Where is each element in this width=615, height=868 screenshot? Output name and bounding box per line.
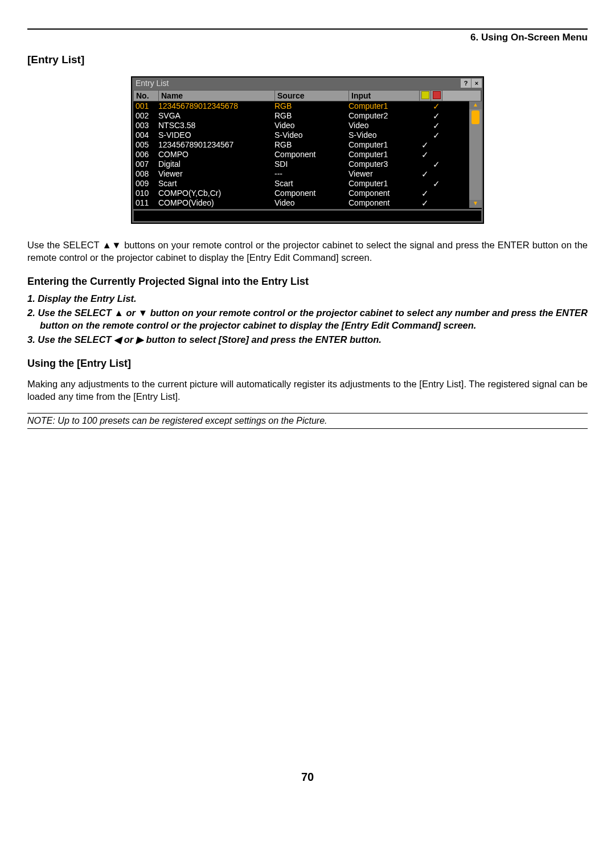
- table-row[interactable]: 011COMPO(Video)VideoComponent✓: [133, 198, 469, 208]
- cell-input: Computer1: [348, 150, 419, 159]
- cell-source: Video: [274, 121, 348, 130]
- cell-skip: [430, 150, 442, 159]
- note-text: NOTE: Up to 100 presets can be registere…: [27, 415, 588, 427]
- cell-name: Viewer: [158, 169, 274, 179]
- cell-input: Computer1: [348, 179, 419, 189]
- cell-no: 011: [133, 198, 158, 208]
- cell-skip: [430, 169, 442, 179]
- cell-lock: [419, 101, 430, 111]
- cell-lock: ✓: [419, 198, 430, 208]
- cell-input: Computer1: [348, 140, 419, 150]
- cell-no: 008: [133, 169, 158, 179]
- cell-no: 009: [133, 179, 158, 189]
- col-scroll-spacer: [442, 91, 481, 101]
- table-row[interactable]: 006COMPOComponentComputer1✓: [133, 150, 469, 159]
- note-rule-top: [27, 413, 588, 413]
- cell-no: 004: [133, 130, 158, 140]
- rows-area: 001123456789012345678RGBComputer1✓002SVG…: [133, 101, 482, 208]
- cell-name: SVGA: [158, 111, 274, 121]
- table-row[interactable]: 002SVGARGBComputer2✓: [133, 111, 469, 121]
- cell-name: COMPO(Y,Cb,Cr): [158, 189, 274, 198]
- cell-source: ---: [274, 169, 348, 179]
- cell-input: Component: [348, 198, 419, 208]
- cell-input: Viewer: [348, 169, 419, 179]
- table-row[interactable]: 007DigitalSDIComputer3✓: [133, 159, 469, 169]
- dialog-titlebar: Entry List ? ×: [132, 77, 483, 89]
- cell-no: 005: [133, 140, 158, 150]
- cell-source: SDI: [274, 159, 348, 169]
- cell-skip: ✓: [430, 179, 442, 189]
- cell-lock: ✓: [419, 140, 430, 150]
- cell-skip: [430, 198, 442, 208]
- cell-input: Computer2: [348, 111, 419, 121]
- cell-lock: ✓: [419, 150, 430, 159]
- cell-input: Computer1: [348, 101, 419, 111]
- cell-no: 007: [133, 159, 158, 169]
- cell-no: 003: [133, 121, 158, 130]
- entry-list-dialog: Entry List ? × No. Name Source Input 001…: [131, 76, 484, 224]
- cell-name: 12345678901234567: [158, 140, 274, 150]
- col-lock-icon: [420, 91, 431, 101]
- cell-source: S-Video: [274, 130, 348, 140]
- cell-lock: [419, 179, 430, 189]
- cell-name: NTSC3.58: [158, 121, 274, 130]
- page-number: 70: [27, 771, 588, 784]
- cell-lock: [419, 111, 430, 121]
- table-row[interactable]: 00512345678901234567RGBComputer1✓: [133, 140, 469, 150]
- status-bar: [133, 210, 482, 222]
- cell-source: Video: [274, 198, 348, 208]
- skip-icon: [433, 91, 441, 99]
- cell-name: S-VIDEO: [158, 130, 274, 140]
- cell-skip: ✓: [430, 111, 442, 121]
- cell-input: S-Video: [348, 130, 419, 140]
- header-rule: [27, 28, 588, 30]
- cell-source: RGB: [274, 140, 348, 150]
- cell-lock: ✓: [419, 169, 430, 179]
- list-panel: No. Name Source Input 001123456789012345…: [133, 90, 482, 209]
- cell-source: Scart: [274, 179, 348, 189]
- cell-source: Component: [274, 150, 348, 159]
- cell-skip: ✓: [430, 121, 442, 130]
- cell-skip: ✓: [430, 159, 442, 169]
- table-row[interactable]: 010COMPO(Y,Cb,Cr)ComponentComponent✓: [133, 189, 469, 198]
- rows-body[interactable]: 001123456789012345678RGBComputer1✓002SVG…: [133, 101, 469, 208]
- cell-source: Component: [274, 189, 348, 198]
- table-row[interactable]: 004S-VIDEOS-VideoS-Video✓: [133, 130, 469, 140]
- help-icon[interactable]: ?: [461, 79, 471, 88]
- scroll-up-icon[interactable]: ▲: [469, 101, 482, 109]
- subheading-2: Using the [Entry List]: [27, 358, 588, 370]
- scrollbar[interactable]: ▲ ▼: [469, 101, 482, 208]
- cell-name: 123456789012345678: [158, 101, 274, 111]
- table-row[interactable]: 003NTSC3.58VideoVideo✓: [133, 121, 469, 130]
- subheading-1: Entering the Currently Projected Signal …: [27, 276, 588, 288]
- col-source: Source: [275, 91, 349, 101]
- cell-skip: [430, 140, 442, 150]
- cell-no: 006: [133, 150, 158, 159]
- chapter-heading: 6. Using On-Screen Menu: [27, 32, 588, 43]
- scroll-thumb[interactable]: [472, 110, 479, 124]
- col-skip-icon: [431, 91, 442, 101]
- cell-name: COMPO: [158, 150, 274, 159]
- step-item: 1. Display the Entry List.: [27, 292, 588, 305]
- cell-input: Video: [348, 121, 419, 130]
- cell-name: Digital: [158, 159, 274, 169]
- close-icon[interactable]: ×: [472, 79, 482, 88]
- step-item: 2. Use the SELECT ▲ or ▼ button on your …: [27, 306, 588, 332]
- cell-input: Component: [348, 189, 419, 198]
- cell-skip: ✓: [430, 130, 442, 140]
- table-row[interactable]: 001123456789012345678RGBComputer1✓: [133, 101, 469, 111]
- cell-skip: ✓: [430, 101, 442, 111]
- cell-no: 002: [133, 111, 158, 121]
- paragraph-2: Making any adjustments to the current pi…: [27, 378, 588, 403]
- note-rule-bottom: [27, 428, 588, 429]
- cell-input: Computer3: [348, 159, 419, 169]
- scroll-down-icon[interactable]: ▼: [469, 200, 482, 208]
- col-name: Name: [159, 91, 275, 101]
- table-row[interactable]: 008Viewer---Viewer✓: [133, 169, 469, 179]
- cell-skip: [430, 189, 442, 198]
- table-row[interactable]: 009ScartScartComputer1✓: [133, 179, 469, 189]
- cell-lock: [419, 159, 430, 169]
- lock-icon: [421, 91, 429, 99]
- step-item: 3. Use the SELECT ◀ or ▶ button to selec…: [27, 333, 588, 346]
- cell-source: RGB: [274, 111, 348, 121]
